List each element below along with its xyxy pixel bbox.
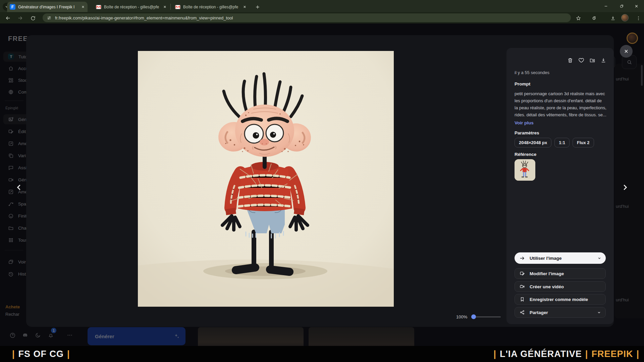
favorite-icon[interactable] xyxy=(578,57,584,63)
pipe-glyph: | xyxy=(585,349,588,359)
back-icon xyxy=(5,15,11,21)
plus-icon xyxy=(255,5,260,9)
extensions-button[interactable] xyxy=(591,14,598,22)
pipe-glyph: | xyxy=(493,349,496,359)
button-label: Utiliser l'image xyxy=(530,256,562,261)
prompt-label: Prompt xyxy=(515,81,530,86)
pipe-glyph: | xyxy=(12,349,15,359)
freepik-favicon-icon: F xyxy=(10,4,15,10)
ratio-chip[interactable]: 1:1 xyxy=(554,138,570,147)
puzzle-icon xyxy=(592,15,597,21)
detail-panel: il y a 55 secondes Prompt petit personna… xyxy=(506,48,614,324)
caption-right-text: L'IA GÉNÉRATIVE xyxy=(500,349,582,359)
downloads-button[interactable] xyxy=(609,14,616,22)
chevron-down-icon[interactable] xyxy=(597,310,601,315)
image-actions-row xyxy=(567,57,606,63)
forward-button[interactable] xyxy=(17,15,23,21)
close-icon xyxy=(624,49,629,54)
move-to-folder-icon[interactable] xyxy=(589,57,595,63)
chevron-down-icon[interactable] xyxy=(597,256,602,260)
download-icon xyxy=(610,15,616,21)
prompt-text-line: petit personnage cartoon 3d réaliste mai… xyxy=(515,90,607,98)
close-tab-icon[interactable] xyxy=(81,5,85,9)
pipe-glyph: | xyxy=(67,349,70,359)
button-label: Partager xyxy=(530,310,548,315)
download-icon[interactable] xyxy=(600,57,606,63)
browser-toolbar: fr.freepik.com/pikaso/ai-image-generator… xyxy=(0,12,644,23)
reference-label: Référence xyxy=(515,152,536,157)
url-text: fr.freepik.com/pikaso/ai-image-generator… xyxy=(55,15,233,20)
gmail-favicon-icon xyxy=(96,5,101,9)
model-chip[interactable]: Flux 2 xyxy=(573,138,594,147)
zoom-slider-thumb[interactable] xyxy=(471,314,476,319)
generated-image[interactable] xyxy=(138,51,394,307)
caption-left: | FS OF CG | xyxy=(12,349,70,359)
tab-freepik[interactable]: F Générateur d'images I Freepik I xyxy=(7,2,88,12)
tune-icon xyxy=(47,15,52,20)
tab-gmail-1[interactable]: Boîte de réception - gilles@pfe xyxy=(93,2,169,12)
browser-menu-button[interactable] xyxy=(635,14,642,22)
forward-icon xyxy=(17,15,23,21)
button-label: Enregistrer comme modèle xyxy=(530,297,588,302)
browser-chrome: F Générateur d'images I Freepik I Boîte … xyxy=(0,0,644,23)
button-label: Modifier l'image xyxy=(530,271,564,276)
new-tab-button[interactable] xyxy=(254,3,262,11)
url-bar[interactable]: fr.freepik.com/pikaso/ai-image-generator… xyxy=(43,13,571,22)
zoom-level-label: 100% xyxy=(456,314,467,319)
zoom-slider[interactable] xyxy=(471,316,501,317)
image-detail-modal: 100% il y a 55 secondes Prompt petit per… xyxy=(26,35,614,327)
video-camera-icon xyxy=(520,284,525,289)
cartoon-character-image xyxy=(138,51,394,307)
close-modal-button[interactable] xyxy=(620,45,633,58)
back-button[interactable] xyxy=(5,15,11,21)
pipe-glyph: | xyxy=(636,349,639,359)
delete-icon[interactable] xyxy=(567,57,573,63)
bookmark-icon xyxy=(520,297,525,302)
browser-profile-avatar[interactable] xyxy=(621,14,629,21)
parameter-chips: 2048×2048 px 1:1 Flux 2 xyxy=(515,138,594,147)
reference-thumbnail[interactable] xyxy=(515,159,535,181)
edit-image-icon xyxy=(520,271,525,276)
prompt-text-line: la peau réaliste, pore de la peau, imper… xyxy=(515,104,607,112)
gmail-favicon-icon xyxy=(175,5,180,9)
bookmark-star-button[interactable] xyxy=(575,14,582,22)
window-close-button[interactable] xyxy=(629,0,644,12)
tab-title: Boîte de réception - gilles@pfe xyxy=(104,5,160,9)
use-image-button[interactable]: Utiliser l'image xyxy=(515,252,606,264)
share-button[interactable]: Partager xyxy=(515,307,606,318)
screen: F Générateur d'images I Freepik I Boîte … xyxy=(0,0,644,362)
tab-title: Générateur d'images I Freepik I xyxy=(18,5,78,9)
restore-icon xyxy=(620,4,624,8)
chevron-left-icon xyxy=(15,183,23,192)
edit-image-button[interactable]: Modifier l'image xyxy=(515,268,606,279)
create-video-button[interactable]: Créer une vidéo xyxy=(515,281,606,292)
caption-brand-text: FREEPIK xyxy=(591,349,633,359)
parameters-label: Paramètres xyxy=(515,130,539,135)
close-icon xyxy=(634,4,639,8)
button-label: Créer une vidéo xyxy=(530,284,564,289)
chevron-right-icon xyxy=(621,183,629,192)
tab-gmail-2[interactable]: Boîte de réception - gilles@pfe xyxy=(172,2,249,12)
reload-icon xyxy=(30,15,36,21)
close-tab-icon[interactable] xyxy=(243,5,247,9)
caption-right: | L'IA GÉNÉRATIVE | FREEPIK | xyxy=(493,349,639,359)
minimize-icon xyxy=(604,4,608,8)
size-chip[interactable]: 2048×2048 px xyxy=(515,138,551,147)
see-more-link[interactable]: Voir plus xyxy=(515,120,534,125)
save-template-button[interactable]: Enregistrer comme modèle xyxy=(515,294,606,305)
reload-button[interactable] xyxy=(30,15,36,21)
generation-time: il y a 55 secondes xyxy=(515,70,549,75)
window-minimize-button[interactable] xyxy=(598,0,613,12)
prompt-text-line: rides. détail des vêtements, fibre de ti… xyxy=(515,111,607,119)
window-restore-button[interactable] xyxy=(614,0,629,12)
previous-image-button[interactable] xyxy=(13,182,25,193)
next-image-button[interactable] xyxy=(619,182,631,193)
tab-strip: F Générateur d'images I Freepik I Boîte … xyxy=(0,0,644,12)
tab-title: Boîte de réception - gilles@pfe xyxy=(183,5,240,9)
star-icon xyxy=(576,15,581,21)
close-tab-icon[interactable] xyxy=(163,5,167,9)
reference-drawing xyxy=(515,159,535,181)
caption-left-text: FS OF CG xyxy=(18,349,64,359)
share-icon xyxy=(520,310,525,315)
kebab-menu-icon xyxy=(636,16,641,21)
